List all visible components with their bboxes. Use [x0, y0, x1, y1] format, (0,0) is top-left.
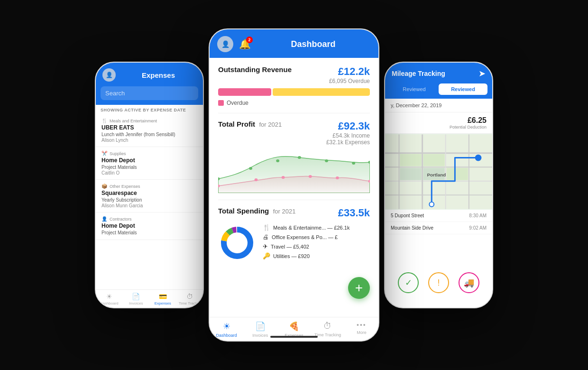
- expense-item-2[interactable]: ✂️ Supplies Home Depot Project Materials…: [96, 147, 203, 180]
- spending-office-label: Office Expenses & Po... — £: [272, 234, 338, 240]
- trip-list: 5 Dupont Street 8:30 AM Mountain Side Dr…: [385, 210, 492, 234]
- avatar: 👤: [102, 68, 116, 82]
- mileage-bottom-icons: ✓ ! 🚚: [385, 272, 492, 293]
- trip-item-2[interactable]: Mountain Side Drive 9:02 AM: [385, 222, 492, 234]
- svg-point-4: [325, 159, 328, 162]
- divider-1: [218, 113, 370, 113]
- supplies-icon: ✂️: [101, 151, 107, 156]
- profit-expenses: £32.1k Expenses: [326, 139, 370, 146]
- mileage-tabs: Reviewed Reviewed: [385, 83, 492, 99]
- svg-point-10: [309, 175, 312, 178]
- svg-point-5: [352, 162, 355, 165]
- svg-rect-31: [447, 168, 468, 180]
- deduction-amount: £6.25: [450, 116, 487, 125]
- divider-2: [218, 200, 370, 200]
- expense-desc-3: Yearly Subscription: [101, 197, 197, 203]
- home-indicator: [270, 336, 318, 338]
- dash-invoices-label: Invoices: [252, 333, 268, 338]
- expense-item-1[interactable]: 🍴 Meals and Entertainment UBER EATS Lunc…: [96, 114, 203, 147]
- notification-badge: 2: [246, 37, 253, 43]
- spending-travel-label: Travel — £5,402: [271, 244, 309, 250]
- spending-item-meals: 🍴 Meals & Entertainme... — £26.1k: [263, 224, 370, 231]
- dash-expenses-icon: 🍕: [289, 321, 299, 332]
- expense-person-3: Alison Munn Garcia: [101, 203, 197, 208]
- meals-icon: 🍴: [101, 118, 107, 123]
- spending-item-utilities: 🔑 Utilities — £920: [263, 252, 370, 259]
- expense-desc-1: Lunch with Jennifer (from Sensibill): [101, 132, 197, 137]
- expense-item-4[interactable]: 👤 Contractors Home Depot Project Materia…: [96, 213, 203, 240]
- svg-rect-29: [400, 168, 421, 180]
- trip-time-2: 9:02 AM: [469, 225, 487, 231]
- svg-point-3: [298, 156, 301, 159]
- trip-time-1: 8:30 AM: [469, 213, 487, 218]
- svg-rect-28: [423, 154, 445, 166]
- expense-desc-2: Project Materials: [101, 165, 197, 170]
- pending-bar: [273, 88, 370, 96]
- search-input[interactable]: Search: [101, 86, 198, 100]
- spending-donut-chart: [218, 224, 256, 262]
- dash-more-icon: •••: [357, 321, 367, 329]
- notification-bell[interactable]: 🔔 2: [239, 38, 251, 50]
- svg-rect-27: [400, 154, 421, 166]
- spending-item-office: 🖨 Office Expenses & Po... — £: [263, 233, 370, 240]
- user-avatar: 👤: [217, 36, 233, 52]
- overdue-legend: Overdue: [218, 100, 370, 106]
- trip-item-1[interactable]: 5 Dupont Street 8:30 AM: [385, 210, 492, 222]
- nav-time-label: Time Track...: [179, 301, 201, 305]
- expense-item-3[interactable]: 📦 Other Expenses Squarespace Yearly Subs…: [96, 180, 203, 213]
- nav-time-tracking[interactable]: ⏱ Time Track...: [176, 293, 203, 305]
- svg-text:Portland: Portland: [427, 172, 446, 177]
- dashboard-phone: 👤 🔔 2 Dashboard Outstanding Revenue £12.…: [209, 28, 379, 342]
- nav-invoices[interactable]: 📄 Invoices: [123, 293, 150, 305]
- dash-nav-dashboard[interactable]: ☀ Dashboard: [210, 321, 243, 338]
- expense-vendor-3: Squarespace: [101, 190, 197, 196]
- svg-point-33: [475, 155, 482, 161]
- filter-label: SHOWING ACTIVE BY EXPENSE DATE: [96, 105, 203, 114]
- dash-time-label: Time Tracking: [314, 333, 341, 337]
- svg-point-8: [255, 178, 258, 181]
- invoices-icon: 📄: [132, 293, 140, 300]
- svg-point-11: [336, 176, 339, 179]
- expense-person-2: Caitlin O: [101, 170, 197, 176]
- dash-nav-time-tracking[interactable]: ⏱ Time Tracking: [311, 321, 345, 338]
- mileage-title: Mileage Tracking: [392, 70, 445, 77]
- overdue-bar: [218, 88, 271, 96]
- tab-reviewed[interactable]: Reviewed: [439, 83, 487, 95]
- deduction-label: Potential Deduction: [450, 125, 487, 130]
- nav-dashboard[interactable]: ☀ Dashboard: [96, 293, 123, 305]
- mileage-deduction: £6.25 Potential Deduction: [450, 116, 487, 130]
- nav-expenses-label: Expenses: [155, 301, 171, 305]
- revenue-title: Outstanding Revenue: [218, 65, 292, 74]
- mileage-deduction-card: £6.25 Potential Deduction: [385, 112, 492, 134]
- warning-circle-button[interactable]: !: [428, 272, 449, 293]
- send-icon[interactable]: ➤: [478, 68, 486, 79]
- profit-amount: £92.3k: [326, 120, 370, 132]
- dashboard-header: 👤 🔔 2 Dashboard: [210, 29, 378, 58]
- spending-utilities-label: Utilities — £920: [273, 253, 310, 259]
- truck-circle-button[interactable]: 🚚: [459, 272, 479, 293]
- revenue-bar: [218, 88, 370, 96]
- nav-expenses[interactable]: 💳 Expenses: [149, 293, 176, 305]
- dash-nav-more[interactable]: ••• More: [345, 321, 378, 338]
- outstanding-revenue-section: Outstanding Revenue £12.2k £6,095 Overdu…: [218, 65, 370, 106]
- nav-dashboard-label: Dashboard: [100, 301, 119, 305]
- expenses-phone: 👤 Expenses Search SHOWING ACTIVE BY EXPE…: [95, 62, 204, 308]
- dash-nav-invoices[interactable]: 📄 Invoices: [243, 321, 277, 338]
- add-fab-button[interactable]: +: [348, 277, 370, 299]
- dash-more-label: More: [357, 330, 367, 335]
- dash-dashboard-icon: ☀: [223, 321, 230, 332]
- svg-point-9: [282, 176, 285, 179]
- dash-invoices-icon: 📄: [255, 321, 266, 332]
- dash-nav-expenses[interactable]: 🍕 Expenses: [277, 321, 311, 338]
- expenses-header: 👤 Expenses: [96, 63, 203, 86]
- check-circle-button[interactable]: ✓: [398, 272, 419, 293]
- profit-header: Total Profit for 2021 £92.3k £54.3k Inco…: [218, 120, 370, 146]
- dashboard-content: Outstanding Revenue £12.2k £6,095 Overdu…: [210, 58, 378, 307]
- tab-not-reviewed[interactable]: Reviewed: [390, 83, 439, 95]
- contractors-icon: 👤: [101, 216, 107, 222]
- mileage-map: Portland: [385, 134, 492, 210]
- expenses-title: Expenses: [120, 71, 196, 79]
- expense-vendor-4: Home Depot: [101, 222, 197, 229]
- dash-time-icon: ⏱: [323, 321, 332, 331]
- svg-point-32: [429, 202, 434, 207]
